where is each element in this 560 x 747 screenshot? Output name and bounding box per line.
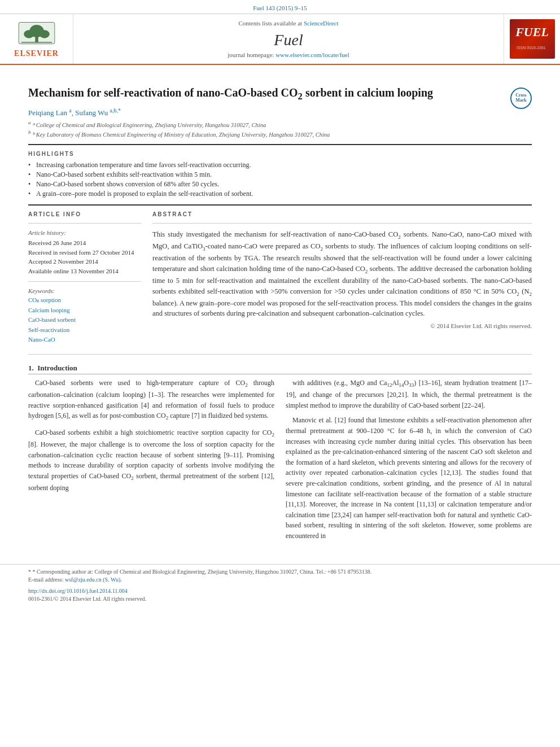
section-title-text: Introduction: [37, 364, 77, 372]
homepage-prefix: journal homepage:: [228, 51, 275, 58]
intro-col-right: with additives (e.g., MgO and Ca12Al14O3…: [286, 378, 532, 546]
email-label: E-mail address:: [28, 576, 63, 583]
corresponding-author-text: * Corresponding author at: College of Ch…: [33, 569, 372, 575]
intro-col-left: CaO-based sorbents were used to high-tem…: [28, 378, 274, 546]
paper-title: Mechanism for self-reactivation of nano-…: [28, 85, 505, 103]
title-section: Mechanism for self-reactivation of nano-…: [28, 85, 532, 138]
fuel-badge: FUEL ISSN 0016-2361: [510, 19, 555, 59]
elsevier-tree-icon: [14, 20, 59, 48]
introduction-title: 1. Introduction: [28, 364, 532, 374]
page-footer: * * Corresponding author at: College of …: [0, 564, 560, 603]
introduction-section: 1. Introduction CaO-based sorbents were …: [28, 364, 532, 546]
affiliation-b: b ᵇ Key Laboratory of Biomass Chemical E…: [28, 129, 505, 138]
revised-date: Received in revised form 27 October 2014: [28, 248, 141, 257]
fuel-badge-label: FUEL: [515, 25, 549, 40]
keyword-1: CO₂ sorption: [28, 295, 141, 305]
highlight-item-2: Nano-CaO-based sorbent exhibits self-rea…: [28, 170, 532, 180]
intro-para-1: CaO-based sorbents were used to high-tem…: [28, 378, 274, 423]
info-abstract-section: ARTICLE INFO Article history: Received 2…: [28, 211, 532, 345]
intro-para-2: CaO-based sorbents exhibit a high stoich…: [28, 427, 274, 493]
journal-center-info: Contents lists available at ScienceDirec…: [73, 14, 504, 64]
keyword-2: Calcium looping: [28, 305, 141, 316]
received-date: Received 26 June 2014: [28, 238, 141, 248]
journal-homepage: journal homepage: www.elsevier.com/locat…: [228, 51, 349, 58]
highlight-item-1: Increasing carbonation temperature and t…: [28, 160, 532, 170]
journal-header: ELSEVIER Contents lists available at Sci…: [0, 14, 560, 65]
divider-before-body: [28, 354, 532, 355]
article-history-label: Article history:: [28, 229, 141, 236]
highlights-list: Increasing carbonation temperature and t…: [28, 160, 532, 199]
issn-line: 0016-2361/© 2014 Elsevier Ltd. All right…: [28, 595, 532, 603]
fuel-badge-decoration: ISSN 0016-2361: [515, 42, 549, 52]
highlight-item-4: A grain–core–pore model is proposed to e…: [28, 189, 532, 199]
keyword-3: CaO-based sorbent: [28, 315, 141, 325]
sciencedirect-line: Contents lists available at ScienceDirec…: [238, 20, 338, 27]
article-info-col: ARTICLE INFO Article history: Received 2…: [28, 211, 141, 345]
corresponding-author-note: * * Corresponding author at: College of …: [28, 568, 532, 576]
fuel-badge-area: FUEL ISSN 0016-2361: [504, 14, 560, 64]
elsevier-brand-text: ELSEVIER: [14, 49, 59, 58]
svg-point-4: [39, 30, 49, 38]
divider-after-highlights: [28, 204, 532, 206]
fuel-badge-subtitle: ISSN 0016-2361: [515, 42, 549, 54]
abstract-header: ABSTRACT: [152, 211, 532, 217]
journal-name: Fuel: [274, 31, 303, 49]
crossmark-icon: CrossMark: [510, 88, 532, 109]
abstract-text: This study investigated the mechanism fo…: [152, 229, 532, 319]
keyword-4: Self-reactivation: [28, 325, 141, 335]
highlights-section: HIGHLIGHTS Increasing carbonation temper…: [28, 151, 532, 199]
intro-para-3: with additives (e.g., MgO and Ca12Al14O3…: [286, 378, 532, 411]
highlights-header: HIGHLIGHTS: [28, 151, 532, 157]
sciencedirect-link[interactable]: ScienceDirect: [304, 20, 339, 27]
elsevier-logo-area: ELSEVIER: [0, 14, 73, 64]
section-number: 1.: [28, 364, 34, 372]
affiliation-a: a ᵃ College of Chemical and Biological E…: [28, 120, 505, 128]
crossmark-badge: CrossMark: [510, 88, 532, 109]
divider-after-affiliations: [28, 144, 532, 145]
info-divider-mid: [28, 281, 141, 282]
available-date: Available online 13 November 2014: [28, 267, 141, 276]
main-content: Mechanism for self-reactivation of nano-…: [0, 65, 560, 557]
contents-text: Contents lists available at: [238, 20, 302, 27]
intro-para-4: Manovic et al. [12] found that limestone…: [286, 415, 532, 541]
abstract-divider: [152, 223, 532, 224]
svg-point-3: [24, 30, 34, 38]
article-info-header: ARTICLE INFO: [28, 211, 141, 217]
accepted-date: Accepted 2 November 2014: [28, 257, 141, 267]
copyright-line: © 2014 Elsevier Ltd. All rights reserved…: [152, 322, 532, 329]
page: Fuel 143 (2015) 9–15 ELSEVIER: [0, 0, 560, 747]
abstract-col: ABSTRACT This study investigated the mec…: [152, 211, 532, 345]
introduction-columns: CaO-based sorbents were used to high-tem…: [28, 378, 532, 546]
elsevier-logo: ELSEVIER: [14, 20, 59, 58]
citation-text: Fuel 143 (2015) 9–15: [253, 5, 307, 11]
info-divider-top: [28, 223, 141, 224]
citation-bar: Fuel 143 (2015) 9–15: [0, 0, 560, 14]
footnote-asterisk: *: [28, 569, 33, 575]
svg-text:ISSN 0016-2361: ISSN 0016-2361: [517, 46, 546, 50]
doi-issn-line: http://dx.doi.org/10.1016/j.fuel.2014.11…: [28, 586, 532, 595]
highlight-item-3: Nano-CaO-based sorbent shows conversion …: [28, 180, 532, 189]
homepage-url[interactable]: www.elsevier.com/locate/fuel: [275, 51, 349, 58]
email-line: E-mail address: wsf@zju.edu.cn (S. Wu).: [28, 576, 532, 584]
email-address: wsf@zju.edu.cn (S. Wu).: [65, 576, 122, 583]
keywords-label: Keywords:: [28, 287, 141, 294]
keyword-5: Nano-CaO: [28, 335, 141, 345]
authors-line: Peiqiang Lan a, Sufang Wu a,b,*: [28, 107, 505, 117]
doi-link[interactable]: http://dx.doi.org/10.1016/j.fuel.2014.11…: [28, 588, 128, 594]
